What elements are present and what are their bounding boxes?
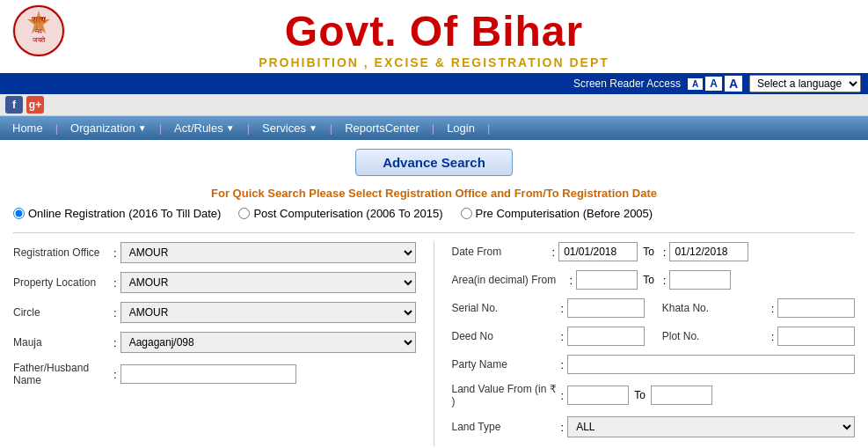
serial-no-label: Serial No.: [452, 302, 558, 314]
header-title: Govt. Of Bihar PROHIBITION , EXCISE & RE…: [259, 7, 609, 70]
deed-no-row: Deed No : Plot No. :: [452, 327, 856, 346]
search-form: Registration Office : AMOUR Property Loc…: [13, 232, 855, 446]
font-medium-button[interactable]: A: [705, 77, 722, 91]
nav-services[interactable]: Services ▼: [250, 116, 330, 140]
nav-actrules[interactable]: Act/Rules ▼: [162, 116, 247, 140]
site-subtitle: PROHIBITION , EXCISE & REGISTRATION DEPT: [259, 55, 609, 70]
date-to-input[interactable]: [669, 242, 748, 261]
date-from-input[interactable]: [558, 242, 638, 261]
font-small-button[interactable]: A: [688, 78, 703, 90]
property-location-select[interactable]: AMOUR: [120, 272, 416, 293]
serial-no-input[interactable]: [567, 298, 645, 318]
facebook-icon[interactable]: f: [5, 96, 23, 114]
date-row: Date From : To :: [452, 242, 856, 261]
state-emblem-icon: सत्य मेव जयते: [9, 4, 69, 58]
chevron-down-icon: ▼: [226, 123, 235, 133]
font-large-button[interactable]: A: [725, 76, 742, 92]
serial-no-row: Serial No. : Khata No. :: [452, 298, 856, 318]
chevron-down-icon: ▼: [309, 123, 317, 133]
site-title: Govt. Of Bihar: [259, 7, 609, 55]
land-value-to-input[interactable]: [651, 386, 712, 405]
party-name-row: Party Name :: [452, 355, 856, 374]
circle-field: AMOUR: [120, 302, 416, 323]
mauja-select[interactable]: Aagaganj/098: [120, 332, 416, 353]
right-fields: Date From : To : Area(in decimal) From :…: [434, 242, 856, 446]
land-value-from-input[interactable]: [567, 386, 629, 405]
circle-label: Circle: [13, 306, 110, 319]
land-value-to-label: To: [634, 389, 646, 401]
land-type-row: Land Type : ALL: [452, 416, 856, 437]
registration-office-select[interactable]: AMOUR: [120, 242, 416, 263]
khata-no-input[interactable]: [777, 298, 855, 318]
nav-reportscenter[interactable]: ReportsCenter: [332, 116, 432, 140]
area-from-input[interactable]: [576, 270, 638, 290]
googleplus-icon[interactable]: g+: [26, 96, 44, 114]
radio-online-registration[interactable]: Online Registration (2016 To Till Date): [13, 207, 221, 220]
deed-no-label: Deed No: [452, 330, 558, 342]
circle-select[interactable]: AMOUR: [120, 302, 416, 323]
registration-office-label: Registration Office: [13, 246, 110, 259]
party-name-input[interactable]: [567, 355, 855, 374]
screen-reader-text: Screen Reader Access: [573, 77, 681, 90]
father-name-row: Father/Husband Name :: [13, 362, 416, 386]
khata-no-label: Khata No.: [662, 302, 768, 314]
font-size-controls: A A A: [688, 76, 742, 92]
registration-type-group: Online Registration (2016 To Till Date) …: [13, 207, 855, 220]
land-type-label: Land Type: [452, 421, 558, 433]
chevron-down-icon: ▼: [138, 123, 147, 133]
area-to-label: To: [643, 274, 654, 286]
father-name-label: Father/Husband Name: [13, 362, 110, 386]
date-from-label: Date From: [452, 246, 549, 258]
main-content: Advance Search For Quick Search Please S…: [0, 140, 868, 448]
land-value-row: Land Value From (in ₹ ) : To: [452, 383, 856, 408]
mauja-label: Mauja: [13, 336, 110, 349]
nav-login[interactable]: Login: [434, 116, 487, 140]
radio-post-computerisation[interactable]: Post Computerisation (2006 To 2015): [238, 207, 442, 220]
area-label: Area(in decimal) From: [452, 274, 566, 286]
top-bar: Screen Reader Access A A A Select a lang…: [0, 73, 868, 94]
land-value-label: Land Value From (in ₹ ): [452, 383, 558, 408]
plot-no-input[interactable]: [777, 327, 855, 346]
area-to-input[interactable]: [669, 270, 731, 290]
circle-row: Circle : AMOUR: [13, 302, 416, 323]
svg-text:जयते: जयते: [32, 35, 46, 44]
plot-no-label: Plot No.: [662, 330, 768, 342]
date-to-label: To: [643, 246, 654, 258]
area-row: Area(in decimal) From : To :: [452, 270, 856, 290]
advance-search-tab[interactable]: Advance Search: [355, 149, 513, 176]
mauja-row: Mauja : Aagaganj/098: [13, 332, 416, 353]
property-location-field: AMOUR: [120, 272, 416, 293]
navigation: Home | Organization ▼ | Act/Rules ▼ | Se…: [0, 116, 868, 140]
left-fields: Registration Office : AMOUR Property Loc…: [13, 242, 434, 446]
mauja-field: Aagaganj/098: [120, 332, 416, 353]
registration-office-row: Registration Office : AMOUR: [13, 242, 416, 263]
quick-search-note: For Quick Search Please Select Registrat…: [13, 187, 855, 200]
father-name-input[interactable]: [120, 364, 296, 384]
property-location-label: Property Location: [13, 276, 110, 289]
logo-area: सत्य मेव जयते: [9, 4, 69, 58]
header: सत्य मेव जयते Govt. Of Bihar PROHIBITION…: [0, 0, 868, 73]
land-type-select[interactable]: ALL: [567, 416, 855, 437]
tab-container: Advance Search: [13, 149, 855, 176]
language-selector[interactable]: Select a language: [749, 75, 861, 92]
deed-no-input[interactable]: [567, 327, 645, 346]
radio-pre-computerisation[interactable]: Pre Computerisation (Before 2005): [461, 207, 653, 220]
party-name-label: Party Name: [452, 358, 558, 371]
registration-office-field: AMOUR: [120, 242, 416, 263]
social-bar: f g+: [0, 94, 868, 116]
nav-organization[interactable]: Organization ▼: [58, 116, 159, 140]
property-location-row: Property Location : AMOUR: [13, 272, 416, 293]
nav-home[interactable]: Home: [0, 116, 55, 140]
